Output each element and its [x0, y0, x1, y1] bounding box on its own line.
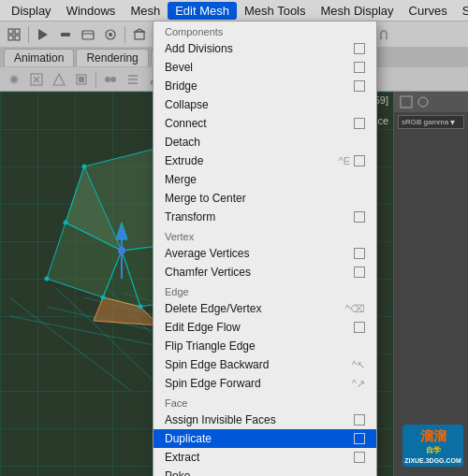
menu-item-label: Delete Edge/Vertex — [165, 302, 261, 315]
menu-item-spin-backward[interactable]: Spin Edge Backward ^↖ — [154, 355, 376, 374]
section-header-components: Components — [154, 22, 376, 39]
options-box-icon — [354, 414, 365, 426]
menu-item-label: Bevel — [165, 61, 193, 74]
options-box-icon — [354, 62, 365, 73]
menu-item-delete-edge[interactable]: Delete Edge/Vertex ^⌫ — [154, 299, 376, 318]
menu-item-extract[interactable]: Extract — [154, 448, 376, 467]
section-header-face: Face — [154, 393, 376, 411]
menu-item-spin-forward[interactable]: Spin Edge Forward ^↗ — [154, 374, 376, 393]
menu-item-assign-invisible[interactable]: Assign Invisible Faces — [154, 411, 376, 429]
menu-item-label: Detach — [165, 136, 200, 149]
options-box-icon — [354, 322, 365, 333]
menu-item-merge-center[interactable]: Merge to Center — [154, 189, 376, 208]
menu-item-poke[interactable]: Poke — [154, 467, 376, 476]
options-box-icon — [354, 433, 365, 444]
menu-item-label: Poke — [165, 469, 190, 476]
menu-item-label: Assign Invisible Faces — [165, 413, 276, 426]
edit-mesh-dropdown: Components Add Divisions Bevel Bridge Co… — [153, 21, 377, 476]
options-box-icon — [354, 211, 365, 223]
section-header-edge: Edge — [154, 281, 376, 299]
menu-item-label: Extract — [165, 451, 199, 464]
shortcut-label: ^⌫ — [345, 303, 365, 315]
options-box-icon — [354, 80, 365, 92]
options-box-icon — [354, 43, 365, 54]
options-box-icon — [354, 155, 365, 166]
menu-item-duplicate[interactable]: Duplicate — [154, 429, 376, 448]
menu-item-label: Collapse — [165, 98, 209, 111]
shortcut-label: ^E — [339, 155, 351, 166]
menu-item-bevel[interactable]: Bevel — [154, 58, 376, 77]
menu-item-label: Bridge — [165, 79, 197, 93]
menu-item-label: Average Vertices — [165, 247, 250, 260]
menu-item-chamfer-vertices[interactable]: Chamfer Vertices — [154, 263, 376, 281]
options-box-icon — [354, 267, 365, 278]
menu-item-detach[interactable]: Detach — [154, 133, 376, 151]
shortcut-label: ^↖ — [352, 359, 365, 371]
menu-item-extrude[interactable]: Extrude ^E — [154, 151, 376, 170]
menu-item-label: Duplicate — [165, 432, 212, 445]
menu-item-collapse[interactable]: Collapse — [154, 95, 376, 114]
section-header-vertex: Vertex — [154, 226, 376, 244]
menu-item-label: Spin Edge Backward — [165, 358, 269, 371]
options-box-icon — [354, 452, 365, 463]
menu-item-transform[interactable]: Transform — [154, 208, 376, 226]
menu-item-connect[interactable]: Connect — [154, 114, 376, 133]
menu-item-label: Add Divisions — [165, 42, 233, 55]
menu-item-label: Edit Edge Flow — [165, 321, 241, 334]
menu-item-average-vertices[interactable]: Average Vertices — [154, 244, 376, 263]
menu-item-add-divisions[interactable]: Add Divisions — [154, 39, 376, 58]
menu-item-label: Merge to Center — [165, 192, 246, 205]
menu-item-label: Flip Triangle Edge — [165, 339, 256, 353]
menu-item-label: Connect — [165, 117, 207, 130]
menu-item-label: Merge — [165, 173, 197, 186]
menu-item-label: Transform — [165, 210, 215, 224]
menu-item-bridge[interactable]: Bridge — [154, 77, 376, 95]
menu-item-label: Chamfer Vertices — [165, 266, 251, 279]
shortcut-label: ^↗ — [352, 378, 365, 390]
menu-item-flip-triangle[interactable]: Flip Triangle Edge — [154, 337, 376, 355]
menu-item-label: Spin Edge Forward — [165, 377, 261, 390]
options-box-icon — [354, 248, 365, 259]
menu-item-label: Extrude — [165, 154, 203, 167]
menu-item-edit-edge-flow[interactable]: Edit Edge Flow — [154, 318, 376, 337]
menu-item-merge[interactable]: Merge — [154, 170, 376, 189]
dropdown-overlay: Components Add Divisions Bevel Bridge Co… — [0, 0, 468, 476]
options-box-icon — [354, 118, 365, 129]
